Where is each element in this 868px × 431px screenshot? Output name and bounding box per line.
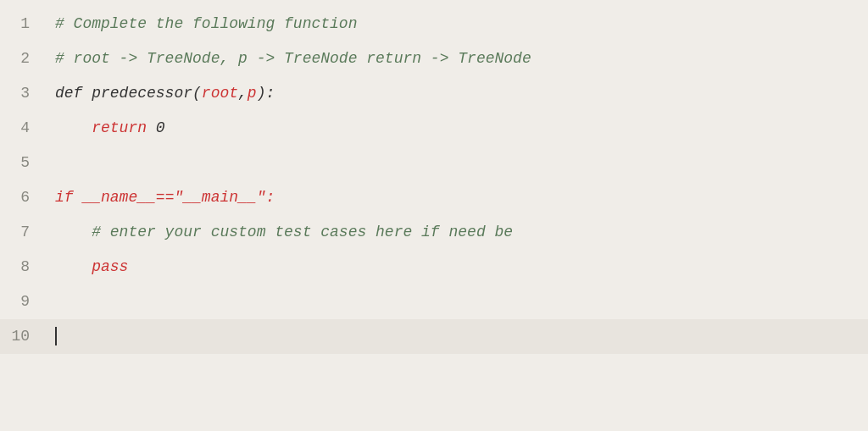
line-5: 5 <box>0 146 868 180</box>
line-content-10 <box>47 321 868 352</box>
line-number-10: 10 <box>0 321 47 352</box>
line-number-9: 9 <box>0 286 47 318</box>
line-content-5 <box>47 147 868 179</box>
line-number-7: 7 <box>0 217 47 248</box>
line-content-3: def predecessor(root,p): <box>47 78 868 109</box>
line-1: 1 # Complete the following function <box>0 7 868 41</box>
line-number-5: 5 <box>0 147 47 179</box>
code-editor[interactable]: 1 # Complete the following function 2 # … <box>0 0 868 431</box>
line-content-4: return 0 <box>47 113 868 144</box>
line-9: 9 <box>0 285 868 319</box>
line-6: 6 if __name__=="__main__": <box>0 180 868 215</box>
line-content-2: # root -> TreeNode, p -> TreeNode return… <box>47 43 868 75</box>
line-content-1: # Complete the following function <box>47 8 868 40</box>
line-2: 2 # root -> TreeNode, p -> TreeNode retu… <box>0 41 868 76</box>
line-number-2: 2 <box>0 43 47 75</box>
line-4: 4 return 0 <box>0 111 868 146</box>
line-content-8: pass <box>47 251 868 283</box>
line-8: 8 pass <box>0 250 868 285</box>
line-10: 10 <box>0 319 868 354</box>
text-cursor <box>55 327 57 345</box>
line-number-3: 3 <box>0 78 47 109</box>
line-number-8: 8 <box>0 251 47 283</box>
line-number-6: 6 <box>0 182 47 213</box>
line-number-4: 4 <box>0 113 47 144</box>
line-content-9 <box>47 286 868 318</box>
line-number-1: 1 <box>0 8 47 40</box>
line-content-6: if __name__=="__main__": <box>47 182 868 213</box>
line-3: 3 def predecessor(root,p): <box>0 76 868 111</box>
line-7: 7 # enter your custom test cases here if… <box>0 215 868 250</box>
line-content-7: # enter your custom test cases here if n… <box>47 217 868 248</box>
